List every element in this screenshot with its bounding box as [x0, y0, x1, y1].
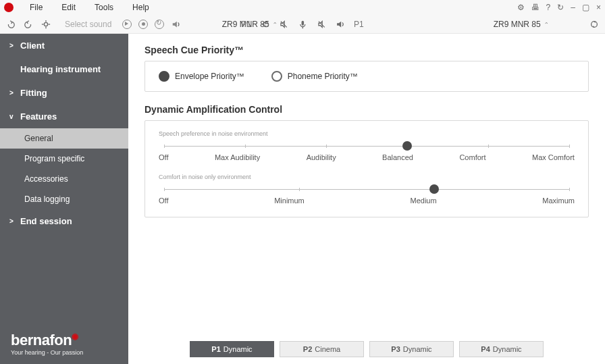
slider-tick: [164, 145, 165, 148]
menu-help[interactable]: Help: [123, 3, 159, 12]
sidebar-item-fitting[interactable]: > Fitting: [0, 81, 128, 105]
slider-label: Audibility: [307, 153, 336, 161]
slider-label: Medium: [410, 197, 436, 205]
svg-point-8: [591, 21, 598, 27]
radio-circle-icon: [271, 71, 282, 82]
slider-speech-preference: Speech preference in noise environment O…: [159, 130, 575, 161]
caret-right-icon: >: [9, 217, 15, 225]
brand-tagline: Your hearing - Our passion: [11, 349, 83, 356]
program-tab-code: P3: [391, 345, 400, 353]
mute-icon[interactable]: [278, 19, 289, 30]
sidebar-item-hearing-instrument[interactable]: Hearing instrument: [0, 57, 128, 81]
sync-devices-icon[interactable]: [589, 19, 600, 30]
volume-icon[interactable]: [171, 19, 182, 30]
program-tab-name: Dynamic: [493, 345, 522, 353]
mic-icon[interactable]: [297, 19, 308, 30]
slider-tick: [488, 145, 489, 148]
svg-rect-6: [301, 20, 304, 25]
program-right-label: P1: [354, 20, 364, 29]
sidebar-item-label: End session: [20, 216, 72, 226]
speech-cue-title: Speech Cue Priority™: [144, 45, 589, 55]
toolbar-center: P1 P1: [241, 19, 363, 30]
caret-right-icon: >: [9, 89, 15, 97]
play-icon[interactable]: [122, 20, 132, 29]
radio-envelope-priority[interactable]: Envelope Priority™: [159, 71, 244, 82]
slider-tick: [569, 145, 570, 148]
slider-comfort-noise: Comfort in noise only environment OffMin…: [159, 174, 575, 205]
slider-caption: Speech preference in noise environment: [159, 130, 575, 137]
brand-block: bernafon◉ Your hearing - Our passion: [11, 332, 83, 356]
slider-tick: [569, 188, 570, 191]
mute2-icon[interactable]: [316, 19, 327, 30]
chevron-down-icon: ⌄: [544, 21, 549, 28]
program-tab-p2[interactable]: P2Cinema: [280, 341, 364, 357]
caret-right-icon: >: [9, 42, 15, 49]
link-left-icon[interactable]: [259, 19, 270, 30]
sidebar-item-label: Features: [20, 111, 57, 122]
slider-label: Maximum: [542, 197, 575, 205]
device-right-label: ZR9 MNR 85: [494, 20, 541, 29]
speech-cue-panel: Envelope Priority™ Phoneme Priority™: [144, 61, 589, 92]
minimize-icon[interactable]: –: [571, 3, 575, 12]
app-logo: [4, 3, 14, 12]
program-left-label: P1: [241, 20, 251, 29]
sidebar-item-label: Hearing instrument: [20, 64, 101, 74]
loop-icon[interactable]: [155, 20, 164, 29]
toolbar-left: Select sound: [5, 19, 182, 30]
sidebar-item-end-session[interactable]: > End session: [0, 209, 128, 233]
main-content: Speech Cue Priority™ Envelope Priority™ …: [128, 34, 605, 364]
slider-label: Max Comfort: [532, 153, 575, 161]
redo-icon[interactable]: [23, 19, 34, 30]
device-right[interactable]: ZR9 MNR 85 ⌄: [494, 20, 549, 29]
menu-file[interactable]: File: [20, 3, 52, 12]
target-icon[interactable]: [41, 19, 51, 30]
program-tab-name: Dynamic: [223, 345, 253, 353]
program-tab-code: P4: [481, 345, 490, 353]
volume2-icon[interactable]: [335, 19, 346, 30]
slider-track[interactable]: [164, 141, 569, 151]
slider-tick: [245, 145, 246, 148]
radio-phoneme-priority[interactable]: Phoneme Priority™: [271, 71, 358, 82]
slider-label: Balanced: [382, 153, 413, 161]
select-sound-label[interactable]: Select sound: [65, 20, 111, 29]
menu-tools[interactable]: Tools: [85, 3, 123, 12]
subnav-accessories[interactable]: Accessories: [0, 169, 128, 189]
dac-title: Dynamic Amplification Control: [144, 104, 589, 115]
help-icon[interactable]: ?: [546, 3, 551, 12]
program-tab-p4[interactable]: P4Dynamic: [459, 341, 544, 357]
slider-labels: OffMax AudibilityAudibilityBalancedComfo…: [159, 153, 575, 161]
slider-tick: [326, 145, 327, 148]
slider-handle[interactable]: [429, 184, 439, 194]
slider-track[interactable]: [164, 184, 569, 194]
sidebar-item-label: Fitting: [20, 88, 47, 98]
menu-edit[interactable]: Edit: [52, 3, 85, 12]
undo-icon[interactable]: [5, 19, 16, 30]
slider-label: Comfort: [459, 153, 485, 161]
close-icon[interactable]: ×: [596, 3, 601, 12]
refresh-icon[interactable]: ↻: [557, 3, 564, 12]
program-tabs: P1DynamicP2CinemaP3DynamicP4Dynamic: [128, 341, 605, 357]
svg-point-5: [263, 22, 268, 26]
sidebar-item-client[interactable]: > Client: [0, 34, 128, 57]
subnav-program-specific[interactable]: Program specific: [0, 149, 128, 169]
program-tab-name: Cinema: [315, 345, 340, 353]
subnav-data-logging[interactable]: Data logging: [0, 189, 128, 209]
program-tab-p1[interactable]: P1Dynamic: [190, 341, 274, 357]
slider-label: Off: [159, 153, 168, 161]
dac-panel: Speech preference in noise environment O…: [144, 120, 589, 217]
sidebar-item-label: Client: [20, 41, 45, 51]
program-tab-p3[interactable]: P3Dynamic: [369, 341, 454, 357]
record-icon[interactable]: [138, 20, 148, 29]
sidebar-item-features[interactable]: v Features: [0, 105, 128, 128]
slider-tick: [299, 188, 300, 191]
toolbar: Select sound ZR9 MNR 85 ⌄ P1 P1 ZR9 MNR …: [0, 15, 605, 34]
subnav-general[interactable]: General: [0, 128, 128, 149]
slider-label: Minimum: [274, 197, 305, 205]
sidebar: > Client Hearing instrument > Fitting v …: [0, 34, 128, 364]
print-icon[interactable]: 🖶: [531, 3, 540, 12]
svg-point-0: [44, 22, 47, 26]
maximize-icon[interactable]: ▢: [582, 3, 589, 12]
slider-handle[interactable]: [402, 141, 412, 151]
settings-icon[interactable]: ⚙: [517, 3, 525, 12]
program-tab-code: P1: [211, 345, 220, 353]
